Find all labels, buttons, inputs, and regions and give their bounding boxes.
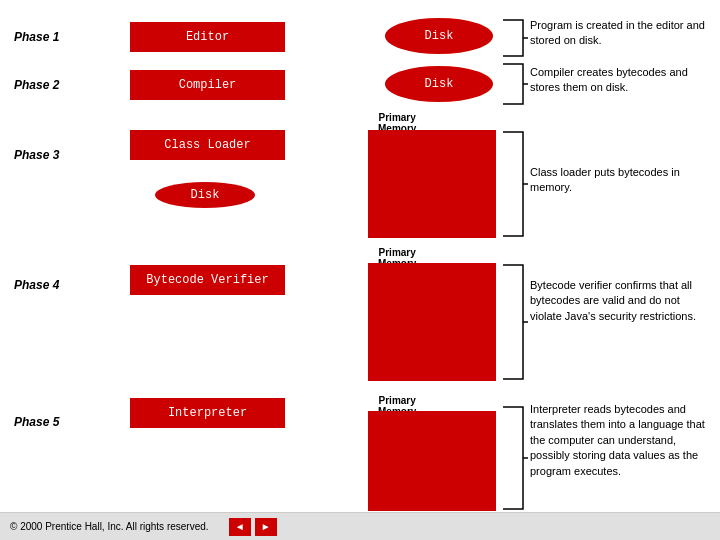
bracket-phase5 [498, 405, 528, 511]
desc-phase1: Program is created in the editor and sto… [530, 18, 705, 49]
memory-box-1: · · · [368, 130, 496, 238]
bracket-phase1 [498, 18, 528, 58]
desc-phase5: Interpreter reads bytecodes and translat… [530, 402, 705, 479]
editor-box: Editor [130, 22, 285, 52]
desc-phase2: Compiler creates bytecodes and stores th… [530, 65, 705, 96]
interpreter-box: Interpreter [130, 398, 285, 428]
next-button[interactable]: ► [255, 518, 277, 536]
phase-1-label: Phase 1 [14, 30, 59, 44]
desc-phase3: Class loader puts bytecodes in memory. [530, 165, 705, 196]
class-loader-box: Class Loader [130, 130, 285, 160]
bracket-phase4 [498, 263, 528, 381]
phase-3-label: Phase 3 [14, 148, 59, 162]
desc-phase4: Bytecode verifier confirms that all byte… [530, 278, 705, 324]
bracket-phase3 [498, 130, 528, 238]
disk-2: Disk [385, 66, 493, 102]
phase-2-label: Phase 2 [14, 78, 59, 92]
bytecode-verifier-box: Bytecode Verifier [130, 265, 285, 295]
main-container: Phase 1 Editor Disk Program is created i… [0, 0, 720, 540]
nav-buttons: ◄ ► [229, 518, 277, 536]
disk-3: Disk [155, 182, 255, 208]
bracket-phase2 [498, 62, 528, 106]
compiler-box: Compiler [130, 70, 285, 100]
memory-box-3: · · · [368, 411, 496, 511]
prev-button[interactable]: ◄ [229, 518, 251, 536]
copyright-bar: © 2000 Prentice Hall, Inc. All rights re… [0, 512, 720, 540]
copyright-text: © 2000 Prentice Hall, Inc. All rights re… [10, 521, 209, 532]
memory-box-2: · · · [368, 263, 496, 381]
phase-4-label: Phase 4 [14, 278, 59, 292]
disk-1: Disk [385, 18, 493, 54]
phase-5-label: Phase 5 [14, 415, 59, 429]
